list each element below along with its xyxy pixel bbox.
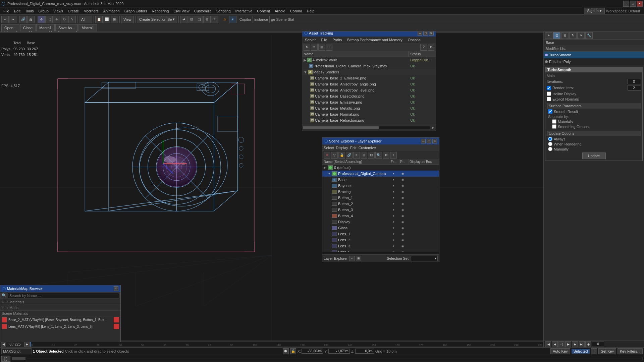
scene-minimize-btn[interactable]: ─ (421, 139, 426, 143)
render-btn[interactable]: ☀ (229, 16, 236, 23)
view-btn[interactable]: View (121, 16, 134, 23)
menu-tools[interactable]: Tools (23, 8, 36, 14)
menu-customize[interactable]: Customize (192, 8, 214, 14)
table-row[interactable]: 🖼 Camera_base_2_Emissive.png Ok (302, 75, 436, 81)
select-link-btn[interactable]: 🔗 (19, 16, 27, 23)
menu-content[interactable]: Content (255, 8, 272, 14)
select-all-btn[interactable]: ⊞ (111, 16, 118, 23)
filter-dropdown[interactable]: All (79, 16, 92, 23)
next-frame-btn[interactable]: ▶ (572, 341, 578, 347)
asset-menu-options[interactable]: Options (407, 37, 422, 43)
undo-btn[interactable]: ↩ (1, 16, 9, 23)
timeline-track[interactable]: 0 10 20 30 40 50 60 70 80 90 100 110 120… (30, 342, 543, 347)
menu-file[interactable]: File (1, 8, 11, 14)
play-back-btn[interactable]: ◁ (558, 341, 565, 347)
scene-find-btn[interactable]: 🔍 (375, 152, 382, 159)
render-iters-input[interactable] (628, 85, 641, 90)
mirror-btn[interactable]: ⇄ (180, 16, 187, 23)
menu-graph-editors[interactable]: Graph Editors (122, 8, 149, 14)
tree-item-display[interactable]: Display ▾ ◉ (322, 219, 439, 225)
tree-item-lens3[interactable]: Lens_3 ▾ ◉ (322, 243, 439, 249)
tree-item-lens5[interactable]: Lens_5 ▾ ◉ (322, 249, 439, 252)
timeline-next-btn[interactable]: ▶ (24, 342, 30, 347)
selection-set-dropdown[interactable]: ▾ (411, 256, 438, 261)
asset-grid-btn[interactable]: ⊞ (318, 44, 325, 51)
menu-group[interactable]: Group (36, 8, 51, 14)
scene-menu-select[interactable]: Select (324, 146, 334, 150)
manually-radio[interactable] (548, 147, 552, 151)
menu-civil-view[interactable]: Civil View (171, 8, 191, 14)
scene-footer-btn1[interactable]: ≡ (349, 256, 355, 261)
render-iters-checkbox[interactable] (547, 86, 551, 90)
scene-material-2[interactable]: Lens_MAT (VRayMtl) [Lens_1, Lens_2, Lens… (0, 323, 120, 330)
search-input[interactable] (8, 293, 119, 298)
open-btn[interactable]: Open... (1, 24, 19, 32)
tree-item-bracing[interactable]: Bracing ▾ ◉ (322, 189, 439, 195)
tree-item-lens2[interactable]: Lens_2 ▾ ◉ (322, 237, 439, 243)
maximize-btn[interactable]: □ (630, 1, 636, 7)
asset-details-btn[interactable]: ☰ (326, 44, 332, 51)
table-row[interactable]: 🖼 Camera_base_Roughness.png Ok (302, 123, 436, 124)
sign-in-btn[interactable]: Sign In ▾ (584, 8, 604, 14)
scene-close-btn[interactable]: ✕ (432, 139, 437, 143)
asset-scroll-right-btn[interactable]: ▶ (430, 125, 436, 130)
layer-btn[interactable]: ≡ (211, 16, 218, 23)
key-filters-btn[interactable]: Key Filters... (618, 348, 643, 354)
asset-menu-server[interactable]: Server (304, 37, 317, 43)
select-move-btn[interactable]: ✛ (53, 16, 60, 23)
maxscript-bar[interactable]: MAXScript (1, 348, 32, 354)
materials-section[interactable]: + + Materials (0, 299, 120, 305)
scene-collapse-btn[interactable]: ⊟ (368, 152, 375, 159)
tree-item-default[interactable]: ▶ 0 (default) (322, 165, 439, 171)
macro1-btn[interactable]: Macro1 (36, 24, 55, 32)
align-view-btn[interactable]: ◫ (196, 16, 203, 23)
scene-menu-customize[interactable]: Customize (359, 146, 376, 150)
menu-help[interactable]: Help (305, 8, 317, 14)
key-mode-btn[interactable]: ◆ (585, 341, 591, 347)
table-row[interactable]: 🖼 Camera_base_Normal.png Ok (302, 111, 436, 117)
command-panel-tab-motion[interactable]: ↻ (569, 32, 577, 39)
asset-list-btn[interactable]: ≡ (311, 44, 318, 51)
table-row[interactable]: 🖼 Camera_base_Emissive.png Ok (302, 99, 436, 105)
redo-btn[interactable]: ↪ (9, 16, 16, 23)
tree-item-button4[interactable]: Button_4 ▾ ◉ (322, 213, 439, 219)
menu-scripting[interactable]: Scripting (214, 8, 233, 14)
scene-lock-btn[interactable]: 🔒 (338, 152, 345, 159)
asset-menu-bitmap[interactable]: Bitmap Performance and Memory (346, 37, 404, 43)
select-region-btn[interactable]: ⬚ (45, 16, 53, 23)
tree-item-glass[interactable]: Glass ▾ ◉ (322, 225, 439, 231)
command-panel-tab-display[interactable]: ☀ (577, 32, 585, 39)
rotate-btn[interactable]: ↻ (61, 16, 68, 23)
command-panel-tab-modify[interactable]: ⊡ (553, 32, 560, 39)
scene-material-1[interactable]: Base_2_MAT (VRayMtl) [Base, Bayonet, Bra… (0, 316, 120, 323)
tree-item-camera[interactable]: ▼ Professional_Digital_Camera ▾ ◉ (322, 171, 439, 177)
scene-menu-display[interactable]: Display (336, 146, 348, 150)
set-key-btn[interactable]: Set Key (598, 348, 616, 354)
command-panel-tab-hierarchy[interactable]: ⊞ (561, 32, 569, 39)
go-start-btn[interactable]: |◀ (545, 341, 551, 347)
table-row[interactable]: 🖼 Camera_base_BaseColor.png Ok (302, 93, 436, 99)
tree-item-button3[interactable]: Button_3 ▾ ◉ (322, 207, 439, 213)
menu-views[interactable]: Views (51, 8, 65, 14)
tree-item-button2[interactable]: Button_2 ▾ ◉ (322, 201, 439, 207)
maps-section[interactable]: + + Maps (0, 305, 120, 311)
scene-funnel-btn[interactable]: ▽ (331, 152, 338, 159)
command-panel-tab-create[interactable]: + (545, 32, 552, 39)
window-cross-btn[interactable]: ⬜ (103, 16, 110, 23)
menu-interactive[interactable]: Interactive (233, 8, 255, 14)
smooth-result-checkbox[interactable] (548, 109, 552, 114)
prev-frame-btn[interactable]: ◀ (552, 341, 558, 347)
go-end-btn[interactable]: ▶| (579, 341, 585, 347)
materials-checkbox[interactable] (552, 119, 556, 124)
table-row[interactable]: 🖼 Camera_base_Anisotropy_angle.png Ok (302, 81, 436, 87)
asset-minimize-btn[interactable]: ─ (418, 31, 422, 36)
scene-settings-btn[interactable]: ⚙ (383, 152, 389, 159)
table-row[interactable]: 🖼 Camera_base_Metallic.png Ok (302, 105, 436, 111)
asset-settings-btn[interactable]: ⚙ (428, 44, 434, 51)
select-btn[interactable]: ✜ (38, 16, 45, 23)
asset-refresh-btn[interactable]: ↻ (304, 44, 310, 51)
command-panel-tab-utilities[interactable]: 🔧 (585, 32, 593, 39)
select-by-name-btn[interactable]: 📋 (95, 16, 103, 23)
modifier-editable-poly[interactable]: Editable Poly (544, 58, 644, 65)
scene-menu-edit[interactable]: Edit (350, 146, 357, 150)
